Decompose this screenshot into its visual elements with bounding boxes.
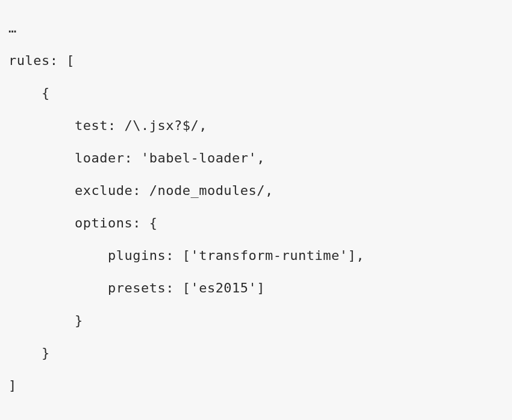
code-block: … rules: [ { test: /\.jsx?$/, loader: 'b… (8, 12, 504, 420)
code-line: … (8, 20, 17, 36)
code-line: test: /\.jsx?$/, (8, 118, 207, 133)
code-line: } (8, 313, 83, 328)
code-line: rules: [ (8, 53, 75, 68)
code-line: … (8, 410, 17, 420)
code-line: loader: 'babel-loader', (8, 150, 265, 165)
code-line: ] (8, 378, 17, 393)
code-line: exclude: /node_modules/, (8, 183, 273, 198)
code-line: options: { (8, 215, 157, 230)
code-line: plugins: ['transform-runtime'], (8, 248, 364, 263)
code-line: presets: ['es2015'] (8, 280, 265, 295)
code-line: } (8, 345, 50, 360)
code-line: { (8, 85, 50, 100)
